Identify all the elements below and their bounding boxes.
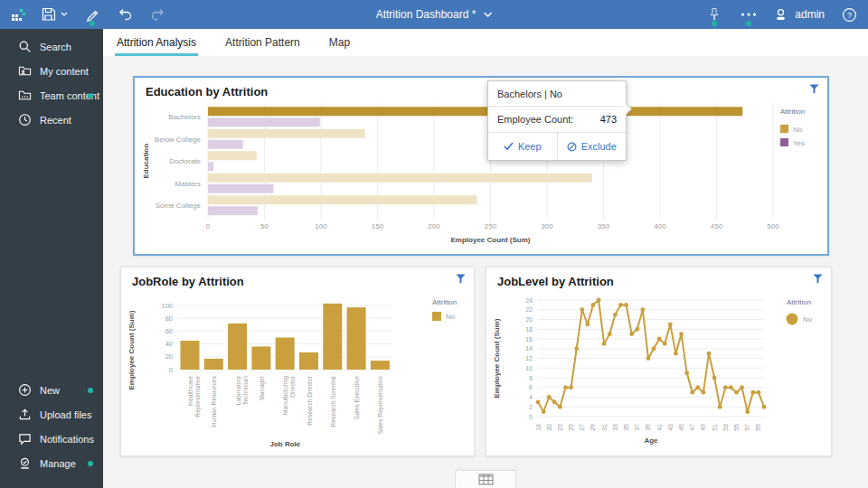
education-chart[interactable]: 050100150200250300350400450500BachelorsB… xyxy=(135,101,827,254)
svg-text:22: 22 xyxy=(525,306,533,313)
svg-text:25: 25 xyxy=(568,424,574,431)
search-icon xyxy=(18,40,32,53)
help-icon: ? xyxy=(842,7,857,23)
svg-text:ManufacturingDirector: ManufacturingDirector xyxy=(282,375,296,415)
svg-text:12: 12 xyxy=(525,355,533,361)
svg-text:?: ? xyxy=(847,10,852,19)
svg-text:100: 100 xyxy=(315,222,327,230)
sidebar-item-label: Search xyxy=(40,42,71,52)
tooltip-metric-value: 473 xyxy=(600,114,617,125)
tab-map[interactable]: Map xyxy=(327,29,352,56)
svg-text:No: No xyxy=(793,126,803,134)
sidebar-item-notifications[interactable]: Notifications xyxy=(0,427,103,451)
tab-attrition-pattern[interactable]: Attrition Pattern xyxy=(223,29,302,56)
exclude-icon xyxy=(567,142,577,152)
filter-icon[interactable] xyxy=(456,274,466,284)
recent-icon xyxy=(18,113,32,127)
sidebar-item-new[interactable]: New xyxy=(0,378,103,402)
svg-text:Job Role: Job Role xyxy=(269,440,300,448)
sidebar-item-label: Recent xyxy=(40,115,71,126)
svg-text:31: 31 xyxy=(601,424,608,431)
widget-tray-handle[interactable] xyxy=(455,470,516,488)
pin-icon xyxy=(708,7,721,22)
sidebar-item-label: New xyxy=(40,385,60,396)
sidebar-item-upload-files[interactable]: Upload files xyxy=(0,402,103,427)
redo-button[interactable] xyxy=(147,2,167,27)
undo-icon xyxy=(118,7,133,22)
svg-text:200: 200 xyxy=(428,222,440,230)
svg-text:Bachelors: Bachelors xyxy=(168,113,201,121)
svg-text:Research Scientist: Research Scientist xyxy=(330,376,336,427)
svg-text:20: 20 xyxy=(546,424,552,431)
save-button[interactable] xyxy=(41,2,70,27)
joblevel-chart-title: JobLevel by Attrition xyxy=(497,275,614,288)
svg-text:100: 100 xyxy=(161,302,173,310)
svg-text:Attrition: Attrition xyxy=(780,108,805,116)
ellipsis-icon xyxy=(741,12,757,17)
sidebar-item-label: Manage xyxy=(40,458,76,469)
svg-text:Attrition: Attrition xyxy=(432,298,457,306)
upload-icon xyxy=(18,408,32,421)
svg-text:6: 6 xyxy=(529,384,533,390)
redo-icon xyxy=(150,7,165,22)
dashboard-title-menu[interactable]: Attrition Dashboard * xyxy=(376,0,493,29)
help-button[interactable]: ? xyxy=(839,2,859,27)
svg-text:20: 20 xyxy=(165,352,173,361)
svg-text:45: 45 xyxy=(678,424,684,431)
keep-button[interactable]: Keep xyxy=(488,133,557,160)
filter-icon[interactable] xyxy=(809,84,819,94)
joblevel-chart-card: JobLevel by Attrition 024681012141618202… xyxy=(486,267,832,456)
svg-text:40: 40 xyxy=(165,340,173,348)
my-content-icon xyxy=(18,64,32,78)
new-badge-dot xyxy=(88,388,93,393)
user-menu[interactable]: admin xyxy=(773,7,825,23)
svg-text:0: 0 xyxy=(206,222,211,230)
exclude-button[interactable]: Exclude xyxy=(557,133,627,160)
svg-text:18: 18 xyxy=(535,424,542,431)
sidebar-item-recent[interactable]: Recent xyxy=(0,108,103,132)
edit-pencil-button[interactable] xyxy=(82,2,102,27)
svg-text:Masters: Masters xyxy=(175,180,201,188)
edit-active-dot xyxy=(90,21,95,26)
svg-text:16: 16 xyxy=(525,336,533,343)
sidebar-item-manage[interactable]: Manage xyxy=(0,451,103,475)
tab-attrition-analysis[interactable]: Attrition Analysis xyxy=(115,29,198,56)
svg-text:No: No xyxy=(803,315,813,324)
jobrole-chart-title: JobRole by Attrition xyxy=(132,275,244,288)
undo-button[interactable] xyxy=(115,2,135,27)
svg-text:150: 150 xyxy=(372,222,384,230)
chevron-down-icon xyxy=(483,12,492,17)
svg-text:Yes: Yes xyxy=(793,139,805,147)
pin-button[interactable] xyxy=(704,2,724,27)
more-options-button[interactable] xyxy=(739,2,759,27)
svg-text:29: 29 xyxy=(590,424,596,431)
sidebar-item-team-content[interactable]: Team content xyxy=(0,83,103,108)
svg-text:Below College: Below College xyxy=(155,136,202,144)
svg-text:49: 49 xyxy=(700,424,706,431)
svg-text:14: 14 xyxy=(525,345,533,352)
dashboard-canvas: Education by Attrition 05010015020025030… xyxy=(103,56,868,488)
dashboard-tab-bar: Attrition Analysis Attrition Pattern Map xyxy=(103,29,868,56)
jobrole-chart[interactable]: 020406080100HealthcareRepresentativeHuma… xyxy=(121,291,474,457)
user-avatar-icon xyxy=(773,7,788,23)
app-logo-icon[interactable] xyxy=(8,2,28,27)
svg-text:8: 8 xyxy=(529,375,533,381)
sidebar-item-my-content[interactable]: My content xyxy=(0,59,103,83)
svg-text:53: 53 xyxy=(722,424,729,431)
filter-icon[interactable] xyxy=(813,274,823,284)
svg-text:400: 400 xyxy=(654,222,666,230)
svg-text:Human Resources: Human Resources xyxy=(211,375,217,427)
svg-text:300: 300 xyxy=(541,222,553,230)
save-icon xyxy=(42,7,69,22)
svg-text:43: 43 xyxy=(667,424,674,431)
team-content-badge-dot xyxy=(88,93,93,99)
svg-text:47: 47 xyxy=(689,424,695,431)
svg-text:0: 0 xyxy=(169,366,173,374)
svg-text:0: 0 xyxy=(529,414,533,420)
sidebar-item-search[interactable]: Search xyxy=(0,34,103,59)
sidebar-item-label: Notifications xyxy=(40,434,94,445)
svg-text:450: 450 xyxy=(711,222,723,230)
joblevel-chart[interactable]: 0246810121416182022241820232527293133353… xyxy=(486,291,829,457)
svg-text:27: 27 xyxy=(579,424,585,431)
manage-icon xyxy=(18,456,32,470)
